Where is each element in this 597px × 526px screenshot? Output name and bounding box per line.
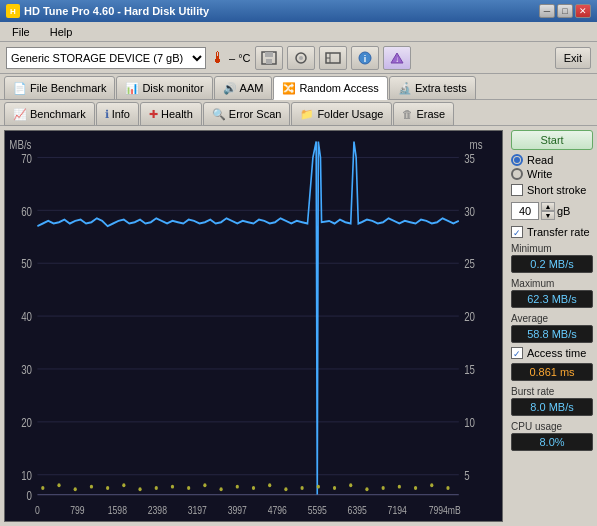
tab-info[interactable]: ℹ Info (96, 102, 139, 126)
tab-health[interactable]: ✚ Health (140, 102, 202, 126)
access-time-value: 0.861 ms (511, 363, 593, 381)
info-icon: ℹ (105, 108, 109, 121)
maximum-value: 62.3 MB/s (511, 290, 593, 308)
toolbar-btn-3[interactable] (319, 46, 347, 70)
svg-text:799: 799 (70, 505, 84, 517)
svg-text:25: 25 (464, 258, 475, 271)
svg-rect-12 (5, 131, 502, 521)
tab-error-scan-label: Error Scan (229, 108, 282, 120)
folder-usage-icon: 📁 (300, 108, 314, 121)
average-value: 58.8 MB/s (511, 325, 593, 343)
file-benchmark-icon: 📄 (13, 82, 27, 95)
device-select[interactable]: Generic STORAGE DEVICE (7 gB) (6, 47, 206, 69)
svg-text:4796: 4796 (268, 505, 287, 517)
svg-text:MB/s: MB/s (9, 139, 32, 152)
help-menu[interactable]: Help (46, 25, 77, 39)
spinner-up[interactable]: ▲ (541, 202, 555, 211)
svg-point-60 (219, 487, 222, 491)
svg-text:6395: 6395 (348, 505, 367, 517)
svg-rect-2 (266, 59, 272, 64)
tab-random-access-label: Random Access (299, 82, 378, 94)
start-button[interactable]: Start (511, 130, 593, 150)
exit-button[interactable]: Exit (555, 47, 591, 69)
svg-text:↓: ↓ (395, 55, 399, 64)
spinner-down[interactable]: ▼ (541, 211, 555, 220)
access-time-checkbox[interactable]: Access time (511, 347, 593, 359)
svg-text:70: 70 (21, 152, 32, 165)
tab-extra-tests[interactable]: 🔬 Extra tests (389, 76, 476, 100)
tab-disk-monitor-label: Disk monitor (142, 82, 203, 94)
short-stroke-check[interactable] (511, 184, 523, 196)
write-radio[interactable]: Write (511, 168, 593, 180)
minimum-label: Minimum (511, 243, 593, 254)
short-stroke-label: Short stroke (527, 184, 586, 196)
spinner-input[interactable]: 40 (511, 202, 539, 220)
spinner-row: 40 ▲ ▼ gB (511, 202, 593, 220)
svg-point-71 (398, 485, 401, 489)
toolbar-btn-4[interactable]: i (351, 46, 379, 70)
short-stroke-checkbox[interactable]: Short stroke (511, 184, 593, 196)
read-radio[interactable]: Read (511, 154, 593, 166)
transfer-rate-check[interactable] (511, 226, 523, 238)
toolbar-btn-2[interactable] (287, 46, 315, 70)
maximize-button[interactable]: □ (557, 4, 573, 18)
svg-point-58 (187, 486, 190, 490)
average-label: Average (511, 313, 593, 324)
tab-benchmark[interactable]: 📈 Benchmark (4, 102, 95, 126)
svg-point-64 (284, 487, 287, 491)
tab-benchmark-label: Benchmark (30, 108, 86, 120)
health-icon: ✚ (149, 108, 158, 121)
tab-error-scan[interactable]: 🔍 Error Scan (203, 102, 291, 126)
svg-text:10: 10 (464, 416, 475, 429)
transfer-rate-checkbox[interactable]: Transfer rate (511, 226, 593, 238)
tab-disk-monitor[interactable]: 📊 Disk monitor (116, 76, 212, 100)
svg-text:3997: 3997 (228, 505, 247, 517)
app-icon: H (6, 4, 20, 18)
toolbar-btn-1[interactable] (255, 46, 283, 70)
main-content: MB/s ms 70 35 60 30 50 25 40 20 (0, 126, 597, 526)
tab-file-benchmark[interactable]: 📄 File Benchmark (4, 76, 115, 100)
title-text: HD Tune Pro 4.60 - Hard Disk Utility (24, 5, 209, 17)
tab-folder-usage[interactable]: 📁 Folder Usage (291, 102, 392, 126)
minimize-button[interactable]: ─ (539, 4, 555, 18)
svg-point-73 (430, 483, 433, 487)
svg-point-72 (414, 486, 417, 490)
tab-erase[interactable]: 🗑 Erase (393, 102, 454, 126)
write-label: Write (527, 168, 552, 180)
erase-icon: 🗑 (402, 108, 413, 120)
access-time-check-label: Access time (527, 347, 586, 359)
svg-text:ms: ms (470, 139, 483, 152)
access-time-check[interactable] (511, 347, 523, 359)
svg-point-68 (349, 483, 352, 487)
thermometer-icon: 🌡 (210, 49, 226, 67)
benchmark-icon: 📈 (13, 108, 27, 121)
menu-bar: File Help (0, 22, 597, 42)
toolbar: Generic STORAGE DEVICE (7 gB) 🌡 – °C i ↓… (0, 42, 597, 74)
svg-point-55 (138, 487, 141, 491)
tab-extra-tests-label: Extra tests (415, 82, 467, 94)
svg-point-57 (171, 485, 174, 489)
svg-text:30: 30 (464, 205, 475, 218)
file-menu[interactable]: File (8, 25, 34, 39)
maximum-section: Maximum 62.3 MB/s (511, 277, 593, 308)
radio-group: Read Write (511, 154, 593, 180)
close-button[interactable]: ✕ (575, 4, 591, 18)
svg-text:1598: 1598 (108, 505, 127, 517)
svg-point-4 (299, 56, 303, 60)
svg-point-70 (382, 486, 385, 490)
tab-aam[interactable]: 🔊 AAM (214, 76, 273, 100)
cpu-usage-value: 8.0% (511, 433, 593, 451)
tab-health-label: Health (161, 108, 193, 120)
tab-random-access[interactable]: 🔀 Random Access (273, 76, 387, 100)
svg-point-49 (41, 486, 44, 490)
svg-point-51 (74, 487, 77, 491)
svg-text:5: 5 (464, 469, 469, 482)
toolbar-btn-5[interactable]: ↓ (383, 46, 411, 70)
read-radio-circle[interactable] (511, 154, 523, 166)
temp-value: – °C (229, 52, 251, 64)
svg-text:30: 30 (21, 363, 32, 376)
svg-text:60: 60 (21, 205, 32, 218)
svg-text:35: 35 (464, 152, 475, 165)
write-radio-circle[interactable] (511, 168, 523, 180)
tab-bar-top: 📄 File Benchmark 📊 Disk monitor 🔊 AAM 🔀 … (0, 74, 597, 100)
